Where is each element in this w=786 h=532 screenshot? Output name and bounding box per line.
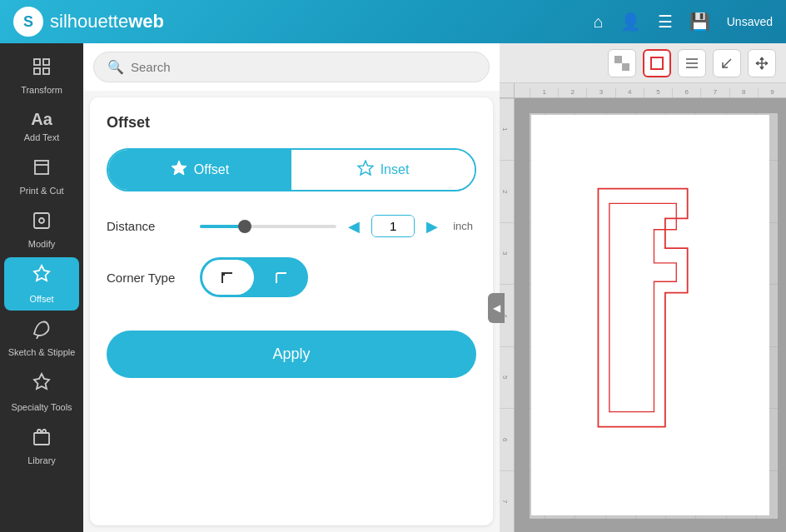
distance-slider[interactable] bbox=[200, 225, 336, 228]
save-status: Unsaved bbox=[727, 15, 773, 28]
offset-inset-toggle: Offset Inset bbox=[107, 148, 476, 191]
corner-type-label: Corner Type bbox=[107, 271, 190, 285]
distance-label: Distance bbox=[107, 219, 190, 233]
corner-type-control: Corner Type bbox=[107, 257, 476, 297]
transform-icon bbox=[32, 57, 52, 82]
offset-star-icon bbox=[171, 160, 187, 180]
search-icon: 🔍 bbox=[107, 59, 124, 75]
menu-icon[interactable]: ☰ bbox=[658, 12, 673, 32]
sidebar-item-add-text[interactable]: Aa Add Text bbox=[4, 103, 79, 149]
svg-rect-14 bbox=[221, 272, 225, 276]
sidebar-item-library[interactable]: Library bbox=[4, 420, 79, 472]
distance-unit: inch bbox=[450, 220, 476, 232]
svg-marker-13 bbox=[358, 161, 373, 175]
lines-tool[interactable] bbox=[678, 49, 706, 77]
svg-point-7 bbox=[39, 218, 44, 223]
save-icon[interactable]: 💾 bbox=[689, 12, 710, 32]
distance-value-box bbox=[371, 215, 415, 237]
move-tool[interactable] bbox=[748, 49, 776, 77]
svg-rect-15 bbox=[614, 56, 622, 63]
corner-toggle bbox=[200, 257, 308, 297]
svg-rect-2 bbox=[34, 68, 40, 74]
slider-thumb[interactable] bbox=[238, 220, 251, 233]
distance-value-input[interactable] bbox=[372, 216, 414, 236]
frame-tool[interactable] bbox=[643, 49, 671, 77]
topbar-icons: ⌂ 👤 ☰ 💾 Unsaved bbox=[594, 12, 773, 32]
sidebar-item-offset[interactable]: Offset bbox=[4, 257, 79, 311]
svg-marker-10 bbox=[34, 374, 49, 389]
sketch-icon bbox=[32, 319, 52, 344]
canvas-body: ◀ 1 2 3 4 5 6 7 1 bbox=[500, 83, 786, 532]
sidebar-item-print-cut[interactable]: Print & Cut bbox=[4, 151, 79, 202]
svg-rect-4 bbox=[35, 161, 48, 174]
sidebar-item-label: Modify bbox=[28, 239, 55, 249]
offset-icon bbox=[31, 264, 52, 291]
corner-sharp-icon bbox=[219, 268, 237, 286]
specialty-icon bbox=[31, 372, 52, 399]
corner-rounded-icon bbox=[273, 268, 291, 286]
home-icon[interactable]: ⌂ bbox=[594, 12, 604, 32]
logo-icon: S bbox=[13, 7, 43, 37]
sidebar: Transform Aa Add Text Print & Cut bbox=[0, 43, 83, 532]
svg-rect-16 bbox=[622, 63, 629, 71]
svg-rect-6 bbox=[34, 213, 49, 228]
corner-sharp-button[interactable] bbox=[202, 260, 254, 295]
svg-rect-11 bbox=[34, 433, 49, 445]
canvas-area: ◀ 1 2 3 4 5 6 7 1 bbox=[500, 43, 786, 532]
svg-rect-17 bbox=[622, 56, 629, 63]
ruler-marks: 1 2 3 4 5 6 7 8 9 bbox=[530, 88, 786, 97]
svg-line-23 bbox=[723, 59, 731, 67]
slider-decrease[interactable]: ◀ bbox=[346, 216, 361, 237]
sidebar-item-label: Library bbox=[27, 455, 56, 465]
panel-area: 🔍 Offset Offset bbox=[83, 43, 500, 532]
topbar: S silhouetteweb ⌂ 👤 ☰ 💾 Unsaved bbox=[0, 0, 786, 43]
sidebar-item-label: Offset bbox=[29, 294, 53, 304]
checkerboard-tool[interactable] bbox=[608, 49, 636, 77]
diagonal-arrow-tool[interactable] bbox=[713, 49, 741, 77]
slider-fill bbox=[200, 225, 241, 228]
canvas-toolbar bbox=[500, 43, 786, 83]
inset-label: Inset bbox=[381, 162, 410, 177]
search-input-wrap[interactable]: 🔍 bbox=[93, 52, 490, 82]
apply-button[interactable]: Apply bbox=[107, 331, 476, 378]
sidebar-item-modify[interactable]: Modify bbox=[4, 204, 79, 256]
library-icon bbox=[32, 427, 52, 452]
offset-label: Offset bbox=[194, 162, 229, 177]
print-cut-icon bbox=[32, 157, 52, 182]
slider-increase[interactable]: ▶ bbox=[425, 216, 440, 237]
app-title: silhouetteweb bbox=[50, 11, 164, 32]
inset-button[interactable]: Inset bbox=[291, 150, 475, 190]
search-input[interactable] bbox=[131, 60, 475, 74]
user-icon[interactable]: 👤 bbox=[620, 12, 641, 32]
sidebar-item-sketch[interactable]: Sketch & Stipple bbox=[4, 312, 79, 364]
svg-rect-19 bbox=[651, 57, 663, 69]
offset-button[interactable]: Offset bbox=[108, 150, 291, 190]
corner-rounded-button[interactable] bbox=[256, 257, 308, 297]
panel-title: Offset bbox=[107, 114, 476, 132]
collapse-button[interactable]: ◀ bbox=[488, 293, 505, 323]
work-area bbox=[531, 115, 769, 515]
sidebar-item-label: Add Text bbox=[24, 132, 60, 142]
logo[interactable]: S silhouetteweb bbox=[13, 7, 164, 37]
sidebar-item-transform[interactable]: Transform bbox=[4, 50, 79, 102]
sidebar-item-specialty[interactable]: Specialty Tools bbox=[4, 365, 79, 419]
svg-rect-3 bbox=[43, 68, 49, 74]
svg-marker-12 bbox=[172, 161, 187, 175]
distance-control: Distance ◀ ▶ inch bbox=[107, 215, 476, 237]
canvas-grid[interactable] bbox=[515, 98, 786, 532]
slider-wrap bbox=[200, 225, 336, 228]
sidebar-item-label: Print & Cut bbox=[19, 186, 63, 196]
offset-panel: Offset Offset bbox=[90, 97, 493, 525]
sidebar-item-label: Transform bbox=[21, 85, 62, 95]
svg-marker-8 bbox=[34, 266, 49, 281]
svg-rect-0 bbox=[34, 59, 40, 65]
svg-rect-18 bbox=[614, 63, 622, 71]
inset-star-icon bbox=[357, 160, 374, 180]
shape-canvas bbox=[531, 115, 769, 515]
horizontal-ruler: 1 2 3 4 5 6 7 8 9 bbox=[515, 83, 786, 98]
modify-icon bbox=[32, 211, 52, 236]
main-layout: Transform Aa Add Text Print & Cut bbox=[0, 43, 786, 532]
sidebar-item-label: Sketch & Stipple bbox=[8, 347, 76, 357]
add-text-icon: Aa bbox=[31, 110, 52, 129]
search-bar: 🔍 bbox=[83, 43, 500, 91]
